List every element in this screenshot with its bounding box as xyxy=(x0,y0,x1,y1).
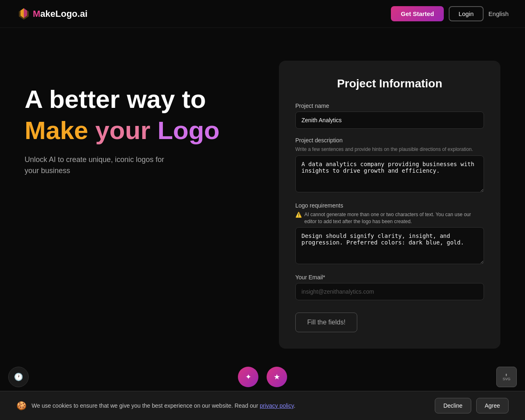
floating-center-btn-1[interactable]: ✦ xyxy=(238,367,258,387)
cookie-text: We use cookies to ensure that we give yo… xyxy=(32,402,430,409)
project-name-input[interactable] xyxy=(295,112,484,129)
form-title: Project Information xyxy=(295,77,484,90)
project-description-hint: Write a few sentences and provide hints … xyxy=(295,146,484,153)
project-name-group: Project name xyxy=(295,103,484,129)
main-content: A better way to Make your Logo Unlock AI… xyxy=(0,28,525,365)
submit-button[interactable]: Fill the fields! xyxy=(295,313,357,332)
logo[interactable]: MakeLogo.ai xyxy=(16,7,87,21)
project-description-label: Project description xyxy=(295,137,484,144)
form-panel: Project Information Project name Project… xyxy=(279,61,500,349)
hero-word-make: Make xyxy=(25,116,88,144)
floating-svg-button[interactable]: ⬆ SVG xyxy=(496,367,517,387)
hero-panel: A better way to Make your Logo Unlock AI… xyxy=(25,61,254,176)
svg-label: SVG xyxy=(502,377,510,381)
get-started-button[interactable]: Get Started xyxy=(391,6,444,21)
floating-center-buttons: ✦ ★ xyxy=(238,367,287,387)
email-label: Your Email* xyxy=(295,274,484,281)
project-description-input[interactable]: A data analytics company providing busin… xyxy=(295,155,484,192)
decline-button[interactable]: Decline xyxy=(435,398,471,413)
project-name-label: Project name xyxy=(295,103,484,109)
logo-letter: M xyxy=(33,9,40,19)
floating-clock-button[interactable]: 🕐 xyxy=(8,367,29,387)
agree-button[interactable]: Agree xyxy=(476,398,509,413)
logo-requirements-label: Logo requirements xyxy=(295,202,484,209)
email-group: Your Email* xyxy=(295,274,484,300)
sparkle-icon: ✦ xyxy=(245,372,251,381)
form-card: Project Information Project name Project… xyxy=(279,61,500,349)
logo-requirements-group: Logo requirements ⚠️ AI cannot generate … xyxy=(295,202,484,266)
hero-subtitle: Unlock AI to create unique, iconic logos… xyxy=(25,154,180,176)
nav-actions: Get Started Login English xyxy=(391,6,509,21)
logo-rest: akeLogo.ai xyxy=(40,9,87,19)
hero-word-your: your xyxy=(95,116,150,144)
floating-center-btn-2[interactable]: ★ xyxy=(267,367,287,387)
cookie-icon: 🍪 xyxy=(16,401,27,411)
makelogo-icon xyxy=(16,7,31,21)
cookie-text-content: We use cookies to ensure that we give yo… xyxy=(32,402,258,409)
logo-requirements-input[interactable]: Design should signify clarity, insight, … xyxy=(295,227,484,264)
project-description-group: Project description Write a few sentence… xyxy=(295,137,484,194)
svg-icon: ⬆ xyxy=(505,373,508,377)
hero-word-logo: Logo xyxy=(158,116,220,144)
warning-text: AI cannot generate more than one or two … xyxy=(304,211,484,225)
navbar: MakeLogo.ai Get Started Login English xyxy=(0,0,525,28)
hero-title-line2: Make your Logo xyxy=(25,116,254,144)
language-selector[interactable]: English xyxy=(488,10,509,17)
logo-text: MakeLogo.ai xyxy=(33,9,87,19)
logo-warning: ⚠️ AI cannot generate more than one or t… xyxy=(295,211,484,225)
hero-title-line1: A better way to xyxy=(25,85,254,113)
cookie-banner: 🍪 We use cookies to ensure that we give … xyxy=(0,391,525,420)
warning-icon: ⚠️ xyxy=(295,212,302,218)
email-input[interactable] xyxy=(295,283,484,300)
star-icon: ★ xyxy=(274,372,280,381)
login-button[interactable]: Login xyxy=(449,6,484,21)
privacy-policy-link[interactable]: privacy policy xyxy=(260,402,294,409)
clock-icon: 🕐 xyxy=(14,372,23,381)
